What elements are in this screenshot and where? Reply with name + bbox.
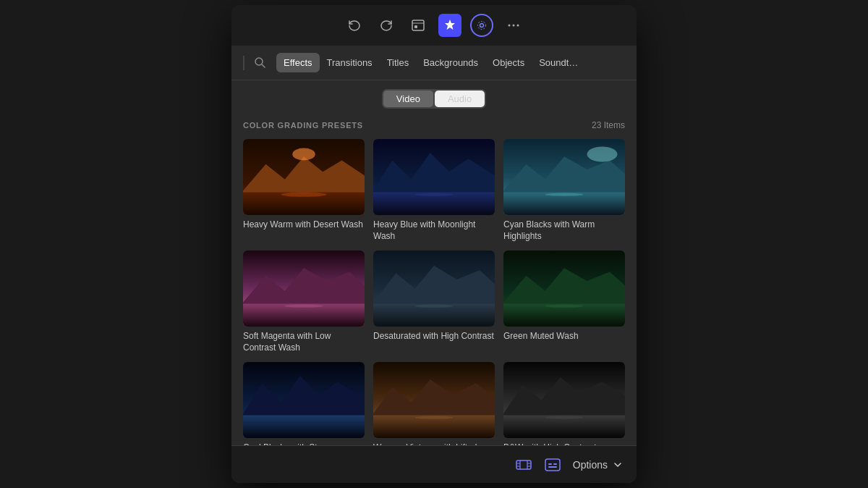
tab-backgrounds[interactable]: Backgrounds [416,53,485,72]
tab-soundtracks[interactable]: Soundt… [532,53,585,72]
audio-toggle-btn[interactable]: Audio [435,91,485,107]
grid-item[interactable]: Soft Magenta with Low Contrast Wash [243,251,365,353]
svg-point-3 [478,22,486,30]
video-toggle-btn[interactable]: Video [383,91,433,107]
grid-item[interactable]: Desaturated with High Contrast [373,251,495,353]
effect-thumbnail [243,139,365,215]
tab-titles[interactable]: Titles [380,53,417,72]
search-icon[interactable] [253,56,268,70]
effect-thumbnail [373,251,495,327]
svg-point-11 [292,148,315,161]
effect-thumbnail [243,251,365,327]
filmstrip-icon[interactable] [515,456,532,474]
effect-thumbnail [373,139,495,215]
svg-rect-58 [548,466,557,468]
effect-label: Heavy Blue with Moonlight Wash [373,219,495,242]
effect-label: Cyan Blacks with Warm Highlights [503,219,625,242]
svg-rect-0 [412,20,424,30]
svg-point-4 [509,25,511,27]
content-area: COLOR GRADING PRESETS 23 Items [231,114,637,445]
svg-rect-43 [243,416,365,439]
svg-rect-57 [553,463,557,465]
effect-label: Green Muted Wash [503,331,625,342]
svg-rect-56 [548,463,552,465]
grid-item[interactable]: Heavy Warm with Desert Wash [243,139,365,242]
svg-point-39 [545,305,584,308]
effect-thumbnail [503,362,625,438]
effects-grid: Heavy Warm with Desert Wash Heavy Blue w… [243,139,625,445]
caption-icon[interactable] [544,456,561,474]
effect-label: Heavy Warm with Desert Wash [243,219,365,231]
effect-thumbnail [503,251,625,327]
grid-item[interactable]: Warmer Vintage with Lifted Blacks [373,362,495,445]
svg-point-6 [517,25,519,27]
svg-point-18 [415,193,454,196]
effect-thumbnail [373,362,495,438]
nav-divider [243,56,244,70]
svg-point-13 [281,193,327,197]
options-label: Options [573,459,608,471]
bottom-bar: Options [231,445,637,483]
svg-rect-54 [516,460,531,469]
svg-point-48 [415,416,454,419]
options-button[interactable]: Options [573,459,622,471]
effect-thumbnail [243,362,365,438]
effects-active-icon[interactable] [438,14,461,37]
undo-icon[interactable] [343,14,366,37]
svg-point-24 [545,193,584,196]
toggle-row: Video Audio [231,80,637,114]
svg-point-2 [480,24,484,28]
media-browser-icon[interactable] [407,14,430,37]
section-header: COLOR GRADING PRESETS 23 Items [243,114,625,139]
effect-label: Desaturated with High Contrast [373,331,495,342]
effect-thumbnail [503,139,625,215]
grid-item[interactable]: Cool Blacks with Strong Contrast [243,362,365,445]
panel: Effects Transitions Titles Backgrounds O… [231,5,637,483]
video-audio-toggle: Video Audio [382,89,486,109]
svg-point-29 [285,305,323,308]
item-count: 23 Items [592,120,625,130]
tab-transitions[interactable]: Transitions [320,53,380,72]
svg-rect-55 [545,459,560,471]
svg-point-5 [513,25,515,27]
svg-point-53 [545,416,584,419]
section-title: COLOR GRADING PRESETS [243,121,363,130]
redo-icon[interactable] [375,14,398,37]
svg-point-22 [587,147,618,162]
top-toolbar [231,5,637,46]
grid-item[interactable]: Cyan Blacks with Warm Highlights [503,139,625,242]
settings-icon[interactable] [470,14,493,37]
effect-label: Soft Magenta with Low Contrast Wash [243,331,365,353]
grid-item[interactable]: Heavy Blue with Moonlight Wash [373,139,495,242]
grid-item[interactable]: B&W with High Contrast [503,362,625,445]
svg-point-34 [415,305,454,308]
nav-tabs: Effects Transitions Titles Backgrounds O… [231,46,637,80]
tab-objects[interactable]: Objects [485,53,532,72]
more-icon[interactable] [502,14,525,37]
tab-effects[interactable]: Effects [276,53,320,72]
grid-item[interactable]: Green Muted Wash [503,251,625,353]
svg-rect-1 [414,25,417,28]
